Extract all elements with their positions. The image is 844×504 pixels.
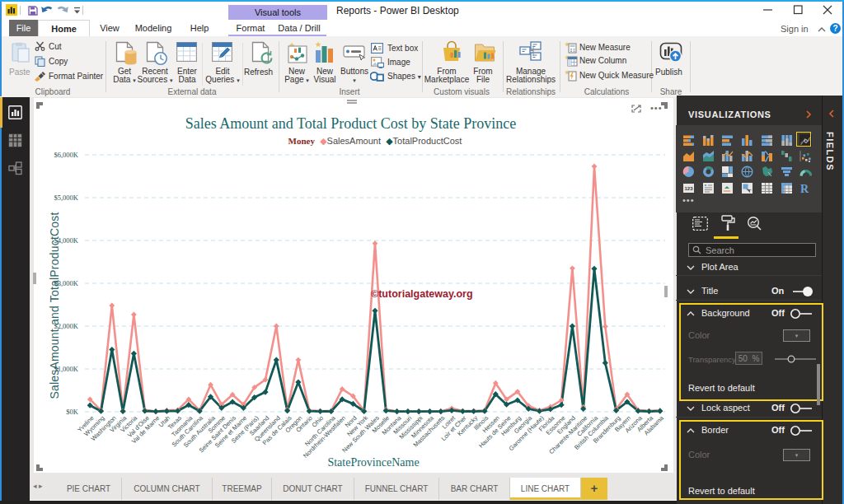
- svg-text:R: R: [800, 183, 809, 194]
- svg-text:123: 123: [685, 185, 694, 190]
